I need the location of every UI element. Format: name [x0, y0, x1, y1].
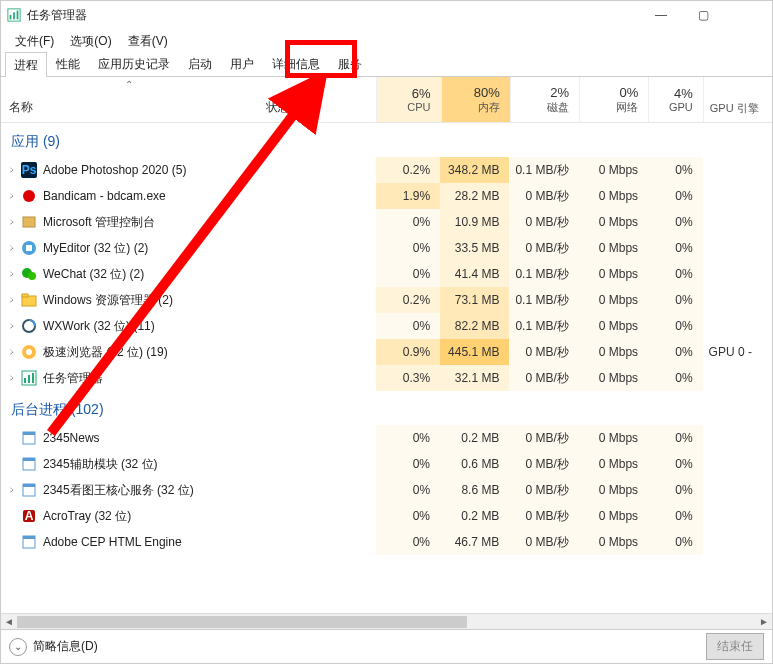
cell-gpu-engine: [703, 425, 772, 451]
cell-mem: 28.2 MB: [440, 183, 509, 209]
cell-net: 0 Mbps: [579, 157, 648, 183]
brief-label[interactable]: 简略信息(D): [33, 638, 706, 655]
expand-chevron-icon[interactable]: ﹥: [1, 293, 17, 307]
cell-gpu: 0%: [648, 235, 703, 261]
tab-users[interactable]: 用户: [221, 51, 263, 76]
tab-startup[interactable]: 启动: [179, 51, 221, 76]
cell-gpu-engine: [703, 477, 772, 503]
table-row[interactable]: ﹥Adobe Photoshop 2020 (5)0.2%348.2 MB0.1…: [1, 157, 772, 183]
table-row[interactable]: ﹥2345看图王核心服务 (32 位)0%8.6 MB0 MB/秒0 Mbps0…: [1, 477, 772, 503]
table-row[interactable]: ﹥MyEditor (32 位) (2)0%33.5 MB0 MB/秒0 Mbp…: [1, 235, 772, 261]
table-row[interactable]: ﹥Bandicam - bdcam.exe1.9%28.2 MB0 MB/秒0 …: [1, 183, 772, 209]
cell-gpu: 0%: [648, 365, 703, 391]
col-mem-pct: 80%: [474, 85, 500, 100]
process-name: AcroTray (32 位): [43, 508, 257, 525]
cell-mem: 0.2 MB: [440, 425, 509, 451]
scroll-left-icon[interactable]: ◄: [1, 614, 17, 630]
expand-chevron-icon[interactable]: ﹥: [1, 189, 17, 203]
cell-net: 0 Mbps: [579, 287, 648, 313]
scroll-track[interactable]: [17, 614, 756, 630]
cell-net: 0 Mbps: [579, 365, 648, 391]
col-disk[interactable]: 2% 磁盘: [510, 77, 579, 122]
cell-gpu-engine: GPU 0 -: [703, 339, 772, 365]
expand-chevron-icon[interactable]: ﹥: [1, 267, 17, 281]
expand-chevron-icon[interactable]: ﹥: [1, 163, 17, 177]
cell-gpu-engine: [703, 209, 772, 235]
cell-gpu: 0%: [648, 425, 703, 451]
end-task-button[interactable]: 结束任: [706, 633, 764, 660]
process-icon: [21, 430, 37, 446]
cell-disk: 0 MB/秒: [509, 339, 578, 365]
tab-details[interactable]: 详细信息: [263, 51, 329, 76]
cell-cpu: 0%: [376, 209, 440, 235]
table-row[interactable]: ﹥WeChat (32 位) (2)0%41.4 MB0.1 MB/秒0 Mbp…: [1, 261, 772, 287]
expand-chevron-icon[interactable]: ﹥: [1, 241, 17, 255]
table-row[interactable]: ﹥Microsoft 管理控制台0%10.9 MB0 MB/秒0 Mbps0%: [1, 209, 772, 235]
cell-gpu-engine: [703, 503, 772, 529]
scroll-right-icon[interactable]: ►: [756, 614, 772, 630]
cell-cpu: 1.9%: [376, 183, 440, 209]
col-net[interactable]: 0% 网络: [579, 77, 648, 122]
cell-disk: 0 MB/秒: [509, 365, 578, 391]
expand-chevron-icon[interactable]: ﹥: [1, 371, 17, 385]
expand-chevron-icon[interactable]: ﹥: [1, 319, 17, 333]
cell-disk: 0.1 MB/秒: [509, 313, 578, 339]
brief-toggle-icon[interactable]: ⌄: [9, 638, 27, 656]
tab-services[interactable]: 服务: [329, 51, 371, 76]
minimize-button[interactable]: —: [640, 2, 682, 28]
cell-mem: 41.4 MB: [440, 261, 509, 287]
process-name: WXWork (32 位) (11): [43, 318, 257, 335]
table-row[interactable]: 2345News0%0.2 MB0 MB/秒0 Mbps0%: [1, 425, 772, 451]
col-mem[interactable]: 80% 内存: [441, 77, 510, 122]
sort-chevron-icon: ⌃: [125, 79, 133, 90]
table-row[interactable]: ﹥任务管理器0.3%32.1 MB0 MB/秒0 Mbps0%: [1, 365, 772, 391]
col-cpu[interactable]: 6% CPU: [376, 77, 440, 122]
process-icon: [21, 318, 37, 334]
tab-processes[interactable]: 进程: [5, 52, 47, 77]
expand-chevron-icon[interactable]: ﹥: [1, 483, 17, 497]
table-row[interactable]: AcroTray (32 位)0%0.2 MB0 MB/秒0 Mbps0%: [1, 503, 772, 529]
cell-disk: 0 MB/秒: [509, 451, 578, 477]
cell-net: 0 Mbps: [579, 503, 648, 529]
table-row[interactable]: ﹥WXWork (32 位) (11)0%82.2 MB0.1 MB/秒0 Mb…: [1, 313, 772, 339]
cell-cpu: 0.3%: [376, 365, 440, 391]
process-name: MyEditor (32 位) (2): [43, 240, 257, 257]
process-name: Adobe Photoshop 2020 (5): [43, 163, 257, 177]
maximize-button[interactable]: ▢: [682, 2, 724, 28]
cell-gpu: 0%: [648, 157, 703, 183]
col-name[interactable]: ⌃ 名称: [1, 77, 258, 122]
col-gpu-engine-label: GPU 引擎: [710, 101, 759, 116]
table-row[interactable]: Adobe CEP HTML Engine0%46.7 MB0 MB/秒0 Mb…: [1, 529, 772, 555]
cell-cpu: 0%: [376, 477, 440, 503]
table-row[interactable]: ﹥Windows 资源管理器 (2)0.2%73.1 MB0.1 MB/秒0 M…: [1, 287, 772, 313]
process-name: Windows 资源管理器 (2): [43, 292, 257, 309]
cell-cpu: 0%: [376, 529, 440, 555]
expand-chevron-icon[interactable]: ﹥: [1, 215, 17, 229]
process-name: Bandicam - bdcam.exe: [43, 189, 257, 203]
tab-apphistory[interactable]: 应用历史记录: [89, 51, 179, 76]
menu-file[interactable]: 文件(F): [7, 31, 62, 49]
cell-mem: 73.1 MB: [440, 287, 509, 313]
col-gpu-engine[interactable]: GPU 引擎: [703, 77, 772, 122]
tab-performance[interactable]: 性能: [47, 51, 89, 76]
table-row[interactable]: ﹥极速浏览器 (32 位) (19)0.9%445.1 MB0 MB/秒0 Mb…: [1, 339, 772, 365]
col-status[interactable]: 状态: [258, 77, 317, 122]
cell-mem: 0.2 MB: [440, 503, 509, 529]
table-row[interactable]: 2345辅助模块 (32 位)0%0.6 MB0 MB/秒0 Mbps0%: [1, 451, 772, 477]
cell-disk: 0.1 MB/秒: [509, 157, 578, 183]
process-name: WeChat (32 位) (2): [43, 266, 257, 283]
window-title: 任务管理器: [27, 7, 640, 24]
col-gpu[interactable]: 4% GPU: [648, 77, 702, 122]
scroll-thumb[interactable]: [17, 616, 467, 628]
cell-gpu: 0%: [648, 261, 703, 287]
cell-cpu: 0%: [376, 451, 440, 477]
scrollbar-horizontal[interactable]: ◄ ►: [1, 613, 772, 629]
menu-options[interactable]: 选项(O): [62, 31, 119, 49]
cell-net: 0 Mbps: [579, 339, 648, 365]
cell-gpu-engine: [703, 365, 772, 391]
expand-chevron-icon[interactable]: ﹥: [1, 345, 17, 359]
cell-gpu: 0%: [648, 209, 703, 235]
menu-view[interactable]: 查看(V): [120, 31, 176, 49]
cell-net: 0 Mbps: [579, 261, 648, 287]
svg-rect-1: [10, 15, 12, 19]
